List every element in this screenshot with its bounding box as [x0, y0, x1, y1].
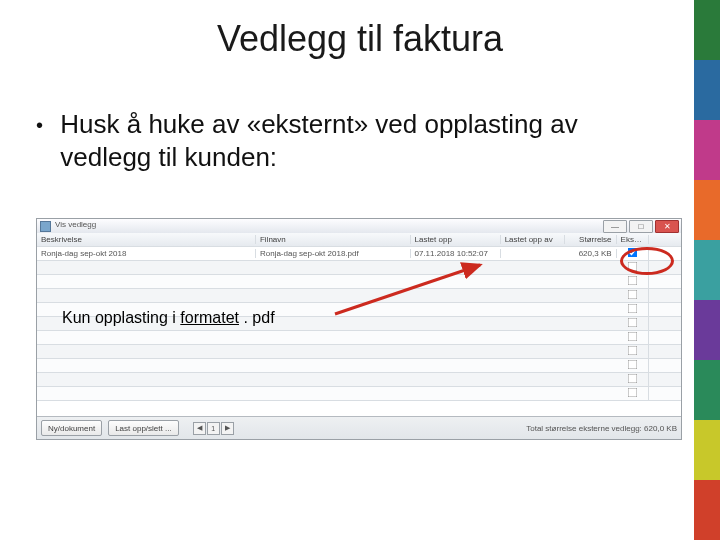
pager: ◀ 1 ▶	[193, 422, 234, 435]
table-row[interactable]	[37, 359, 681, 373]
footer-status-value: 620,0 KB	[644, 424, 677, 433]
attachments-window: Vis vedlegg — □ ✕ Beskrivelse Filnavn La…	[36, 218, 682, 440]
slide-title: Vedlegg til faktura	[0, 18, 720, 60]
external-checkbox[interactable]	[627, 248, 637, 258]
table-row[interactable]	[37, 345, 681, 359]
window-title: Vis vedlegg	[55, 220, 96, 229]
pager-prev[interactable]: ◀	[193, 422, 206, 435]
external-checkbox[interactable]	[627, 332, 637, 342]
external-checkbox[interactable]	[627, 374, 637, 384]
col-filename[interactable]: Filnavn	[256, 235, 411, 244]
window-close-button[interactable]: ✕	[655, 220, 679, 233]
upload-delete-button[interactable]: Last opp/slett ...	[108, 420, 178, 436]
col-uploaded-at[interactable]: Lastet opp	[411, 235, 501, 244]
window-maximize-button[interactable]: □	[629, 220, 653, 233]
window-footer: Ny/dokument Last opp/slett ... ◀ 1 ▶ Tot…	[37, 416, 681, 439]
new-document-button[interactable]: Ny/dokument	[41, 420, 102, 436]
table-header: Beskrivelse Filnavn Lastet opp Lastet op…	[37, 233, 681, 247]
bullet-dot: •	[36, 108, 43, 142]
annotation-prefix: Kun opplasting i	[62, 309, 180, 326]
external-checkbox[interactable]	[627, 318, 637, 328]
col-size[interactable]: Størrelse	[565, 235, 617, 244]
slide-bullet: • Husk å huke av «eksternt» ved opplasti…	[36, 108, 670, 173]
footer-status: Total størrelse eksterne vedlegg: 620,0 …	[526, 424, 677, 433]
table-row[interactable]	[37, 275, 681, 289]
external-checkbox[interactable]	[627, 262, 637, 272]
annotation-underlined: formatet	[180, 309, 239, 326]
window-minimize-button[interactable]: —	[603, 220, 627, 233]
col-description[interactable]: Beskrivelse	[37, 235, 256, 244]
table-row[interactable]	[37, 331, 681, 345]
external-checkbox[interactable]	[627, 304, 637, 314]
table-row[interactable]	[37, 373, 681, 387]
table-row[interactable]: Ronja-dag sep-okt 2018Ronja-dag sep-okt …	[37, 247, 681, 261]
annotation-caption: Kun opplasting i formatet . pdf	[62, 309, 275, 327]
table-row[interactable]	[37, 289, 681, 303]
table-row[interactable]	[37, 261, 681, 275]
external-checkbox[interactable]	[627, 346, 637, 356]
col-external[interactable]: Eksternt	[617, 235, 649, 244]
accent-stripe	[694, 0, 720, 540]
external-checkbox[interactable]	[627, 276, 637, 286]
pager-page[interactable]: 1	[207, 422, 220, 435]
footer-status-label: Total størrelse eksterne vedlegg:	[526, 424, 642, 433]
col-uploaded-by[interactable]: Lastet opp av	[501, 235, 565, 244]
bullet-text: Husk å huke av «eksternt» ved opplasting…	[60, 108, 660, 173]
external-checkbox[interactable]	[627, 360, 637, 370]
window-titlebar[interactable]: Vis vedlegg — □ ✕	[37, 219, 681, 234]
table-row[interactable]	[37, 387, 681, 401]
window-icon	[40, 221, 51, 232]
pager-next[interactable]: ▶	[221, 422, 234, 435]
annotation-suffix: . pdf	[239, 309, 275, 326]
external-checkbox[interactable]	[627, 290, 637, 300]
external-checkbox[interactable]	[627, 388, 637, 398]
